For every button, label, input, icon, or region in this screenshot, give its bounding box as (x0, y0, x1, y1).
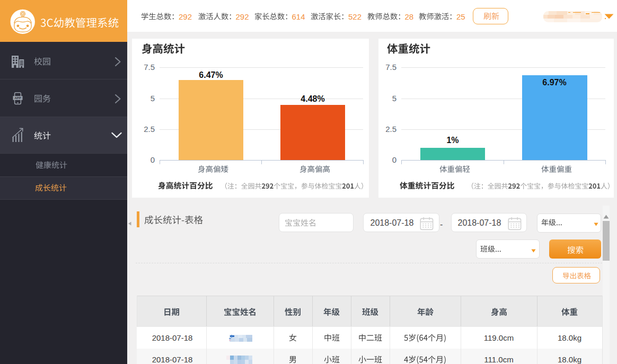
svg-text:APP: APP (14, 96, 21, 100)
